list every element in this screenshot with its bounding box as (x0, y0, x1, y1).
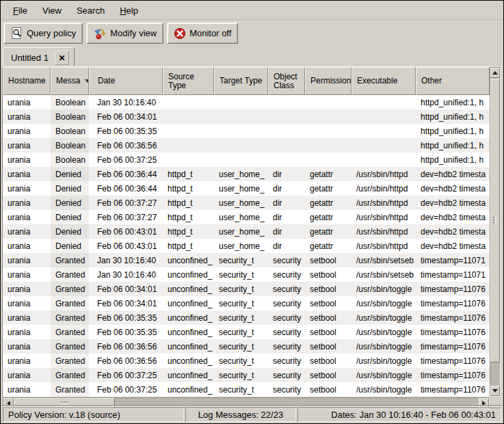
table-cell: httpd_t (163, 196, 214, 210)
table-cell: Feb 06 00:43:01 (89, 239, 163, 253)
table-cell: Jan 30 10:16:40 (89, 267, 163, 282)
column-header-other[interactable]: Other (416, 67, 490, 95)
table-cell: /usr/sbin/httpd (352, 167, 416, 181)
table-row[interactable]: uraniaGrantedFeb 06 00:35:35unconfined_s… (3, 325, 490, 339)
table-row[interactable]: uraniaDeniedFeb 06 00:37:27httpd_tuser_h… (3, 196, 490, 210)
table-cell: security (268, 296, 305, 310)
table-cell: timestamp=11076 (416, 310, 490, 325)
column-header-executable[interactable]: Executable (352, 67, 416, 95)
table-cell: getattr (305, 181, 352, 196)
table-cell: Granted (51, 354, 89, 368)
grip-dots-icon (493, 217, 497, 224)
column-header-hostname[interactable]: Hostname (3, 67, 51, 95)
table-row[interactable]: uraniaDeniedFeb 06 00:43:01httpd_tuser_h… (3, 239, 490, 253)
column-header-messa[interactable]: Messa (51, 67, 89, 95)
table-cell: urania (3, 325, 51, 339)
table-cell: unconfined_ (163, 253, 214, 267)
table-cell: httpd_t (163, 181, 214, 196)
table-row[interactable]: uraniaGrantedFeb 06 00:34:01unconfined_s… (3, 296, 490, 310)
table-cell: security_t (214, 339, 268, 354)
table-row[interactable]: uraniaDeniedFeb 06 00:37:27httpd_tuser_h… (3, 210, 490, 224)
vertical-scrollbar[interactable] (490, 67, 501, 397)
table-cell: httpd_t (163, 167, 214, 181)
table-cell (268, 95, 305, 109)
table-cell: security_t (214, 310, 268, 325)
table-cell: unconfined_ (163, 310, 214, 325)
table-cell: urania (3, 167, 51, 181)
query-policy-button[interactable]: Query policy (3, 23, 83, 44)
table-cell: httpd_t (163, 210, 214, 224)
table-row[interactable]: uraniaBooleanFeb 06 00:34:01httpd_unifie… (3, 109, 490, 124)
table-cell: Granted (51, 339, 89, 354)
table-cell: user_home_ (214, 210, 268, 224)
table-cell: Denied (51, 181, 89, 196)
table-cell: Granted (51, 368, 89, 382)
grip-dots-icon (61, 401, 68, 406)
scroll-up-button[interactable] (490, 68, 500, 78)
table-cell: Feb 06 00:34:01 (89, 109, 163, 124)
arrow-up-icon (492, 71, 498, 75)
column-header-date[interactable]: Date (89, 67, 163, 95)
table-cell: dir (268, 224, 305, 239)
table-cell: Granted (51, 382, 89, 397)
column-header-object-class[interactable]: Object Class (268, 67, 305, 95)
table-cell: setbool (305, 325, 352, 339)
table-cell: security_t (214, 296, 268, 310)
table-row[interactable]: uraniaDeniedFeb 06 00:43:01httpd_tuser_h… (3, 224, 490, 239)
table-cell: urania (3, 382, 51, 397)
table-cell: /usr/sbin/toggle (352, 282, 416, 296)
column-header-label: Target Type (220, 77, 262, 85)
table-cell: Feb 06 00:37:25 (89, 153, 163, 167)
table-cell (214, 138, 268, 153)
table-cell: dir (268, 196, 305, 210)
table-cell: /usr/sbin/toggle (352, 382, 416, 397)
monitor-off-label: Monitor off (189, 28, 231, 38)
table-row[interactable]: uraniaGrantedFeb 06 00:34:01unconfined_s… (3, 282, 490, 296)
table-row[interactable]: uraniaDeniedFeb 06 00:36:44httpd_tuser_h… (3, 167, 490, 181)
table-cell (305, 153, 352, 167)
column-header-permission[interactable]: Permission (305, 67, 352, 95)
table-cell: security_t (214, 382, 268, 397)
column-header-source-type[interactable]: Source Type (163, 67, 214, 95)
monitor-off-button[interactable]: Monitor off (167, 23, 238, 44)
table-row[interactable]: uraniaGrantedFeb 06 00:36:56unconfined_s… (3, 339, 490, 354)
table-cell (214, 109, 268, 124)
table-row[interactable]: uraniaGrantedFeb 06 00:35:35unconfined_s… (3, 310, 490, 325)
table-cell: unconfined_ (163, 354, 214, 368)
table-cell (214, 95, 268, 109)
table-cell: setbool (305, 282, 352, 296)
table-row[interactable]: uraniaGrantedFeb 06 00:36:56unconfined_s… (3, 354, 490, 368)
table-cell: timestamp=11076 (416, 368, 490, 382)
menu-view[interactable]: View (35, 3, 69, 18)
table-row[interactable]: uraniaGrantedJan 30 10:16:40unconfined_s… (3, 267, 490, 282)
menu-file[interactable]: File (5, 3, 35, 18)
menu-help[interactable]: Help (112, 3, 146, 18)
table-row[interactable]: uraniaGrantedFeb 06 00:37:25unconfined_s… (3, 382, 490, 397)
log-messages-status: Log Messages: 22/23 (185, 408, 296, 422)
table-row[interactable]: uraniaGrantedJan 30 10:16:40unconfined_s… (3, 253, 490, 267)
table-cell: Feb 06 00:36:44 (89, 167, 163, 181)
table-row[interactable]: uraniaBooleanFeb 06 00:37:25httpd_unifie… (3, 153, 490, 167)
table-cell: /usr/sbin/toggle (352, 354, 416, 368)
table-row[interactable]: uraniaBooleanFeb 06 00:36:56httpd_unifie… (3, 138, 490, 153)
table-row[interactable]: uraniaDeniedFeb 06 00:36:44httpd_tuser_h… (3, 181, 490, 196)
column-header-target-type[interactable]: Target Type (214, 67, 268, 95)
table-cell: unconfined_ (163, 382, 214, 397)
modify-view-icon (93, 27, 107, 40)
modify-view-button[interactable]: Modify view (86, 23, 163, 44)
table-cell: getattr (305, 210, 352, 224)
table-cell: /usr/sbin/httpd (352, 239, 416, 253)
table-cell: Boolean (51, 124, 89, 138)
tab-close-button[interactable]: ✕ (55, 51, 69, 65)
menu-search[interactable]: Search (69, 3, 112, 18)
scroll-down-button[interactable] (490, 386, 500, 396)
query-policy-icon (10, 27, 23, 40)
vertical-scrollbar-thumb[interactable] (490, 79, 500, 362)
table-row[interactable]: uraniaBooleanJan 30 10:16:40httpd_unifie… (3, 95, 490, 109)
table-cell: Feb 06 00:34:01 (89, 282, 163, 296)
table-cell: urania (3, 138, 51, 153)
tab-untitled-1[interactable]: Untitled 1 ✕ (3, 47, 75, 68)
toolbar: Query policy Modify view Monitor off (3, 23, 238, 44)
table-row[interactable]: uraniaBooleanFeb 06 00:35:35httpd_unifie… (3, 124, 490, 138)
table-row[interactable]: uraniaGrantedFeb 06 00:37:25unconfined_s… (3, 368, 490, 382)
